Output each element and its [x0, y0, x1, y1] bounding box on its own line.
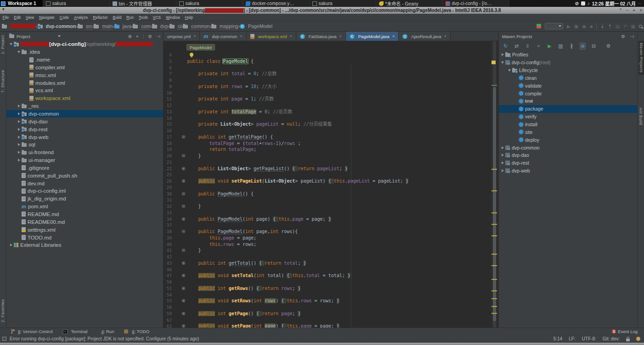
- breadcrumb-item[interactable]: dvp-common: [38, 23, 76, 29]
- gear-icon[interactable]: ⚙: [621, 34, 625, 39]
- locate-icon[interactable]: +: [136, 34, 139, 39]
- project-tree-item[interactable]: vcs.xml: [6, 87, 163, 95]
- editor-tab[interactable]: mdvp-common×: [200, 32, 246, 41]
- project-tree-item[interactable]: _res: [6, 102, 163, 110]
- tree-chevron-icon[interactable]: [500, 169, 505, 172]
- toolwindow-button--todo[interactable]: 6: TODO: [124, 329, 149, 334]
- menu-analyze[interactable]: Analyze: [72, 15, 90, 20]
- maven-tree-item[interactable]: install: [499, 121, 637, 128]
- project-tree-item[interactable]: ui-manager: [6, 156, 163, 164]
- project-tree-item[interactable]: External Libraries: [6, 241, 163, 249]
- stop-button[interactable]: ■: [590, 24, 593, 29]
- event-log-button[interactable]: 1 Event Log: [612, 329, 638, 334]
- tree-chevron-icon[interactable]: [500, 146, 505, 149]
- fold-collapse-icon[interactable]: −: [182, 135, 185, 139]
- fold-collapse-icon[interactable]: −: [182, 205, 185, 208]
- warning-stripe-mark[interactable]: [491, 224, 497, 225]
- maven-tree-item[interactable]: test: [499, 97, 637, 105]
- maven-tree-item[interactable]: dvp-dao: [499, 151, 637, 159]
- collapse-all-icon[interactable]: ⊟: [591, 43, 597, 49]
- workspace-switcher[interactable]: Workspace 1: [0, 0, 43, 7]
- taskbar-window-button[interactable]: dvp-ci-config - [/o…: [443, 0, 509, 7]
- breadcrumb-item[interactable]: com: [133, 23, 150, 29]
- menu-window[interactable]: Window: [164, 15, 182, 20]
- vcs-update-button[interactable]: ⇣: [600, 24, 604, 29]
- file-encoding[interactable]: UTF-8:: [582, 336, 596, 341]
- project-tree-item[interactable]: modules.xml: [6, 79, 163, 87]
- window-button[interactable]: ×: [639, 8, 642, 13]
- vcs-commit-button[interactable]: ⇡: [608, 24, 611, 29]
- breadcrumb-item[interactable]: common: [183, 23, 209, 29]
- editor-tab[interactable]: workspace.xml×: [247, 32, 296, 41]
- tab-close-icon[interactable]: ×: [290, 34, 292, 39]
- project-tree-item[interactable]: .idea: [6, 48, 163, 56]
- no-entry-icon[interactable]: ⊘: [575, 1, 578, 6]
- project-tree-item[interactable]: ui-frontend: [6, 149, 163, 156]
- download-sources-icon[interactable]: ⇩: [525, 43, 531, 49]
- project-tree-item[interactable]: misc.xml: [6, 71, 163, 79]
- tool-stripe-structure[interactable]: 7: Structure: [0, 70, 5, 93]
- tab-close-icon[interactable]: ×: [392, 34, 395, 39]
- update-folders-icon[interactable]: ⇄: [514, 43, 520, 49]
- chevron-expanded-icon[interactable]: [16, 51, 22, 53]
- project-tree-item[interactable]: dvp-common: [6, 110, 163, 118]
- maven-tree-item[interactable]: deploy: [499, 136, 637, 144]
- project-tree-item[interactable]: dev.md: [6, 179, 163, 187]
- tool-stripe-maven-projects[interactable]: Maven Projects: [638, 41, 644, 75]
- coverage-button[interactable]: ◉: [582, 24, 586, 29]
- warning-stripe-mark[interactable]: [491, 265, 497, 266]
- taskbar-window-button[interactable]: sakura: [310, 0, 376, 7]
- debug-button[interactable]: ▣: [574, 24, 578, 29]
- toolwindow-button-terminal[interactable]: ›Terminal: [63, 329, 88, 334]
- project-tree-item[interactable]: dvp-rest: [6, 125, 163, 133]
- run-config-combo[interactable]: [545, 23, 563, 29]
- maven-tree-item[interactable]: dvp-web: [499, 167, 637, 175]
- toolwindow-button--run[interactable]: 4: Run: [97, 329, 114, 334]
- code-editor[interactable]: 45public class PageModel {67 private int…: [164, 52, 491, 328]
- project-tree-item[interactable]: mpom.xml: [6, 203, 163, 211]
- tab-close-icon[interactable]: ×: [193, 34, 196, 39]
- intention-bulb-icon[interactable]: [190, 53, 193, 56]
- project-tree-item[interactable]: commit_pull_push.sh: [6, 172, 163, 179]
- tool-stripe-project[interactable]: 1: Project: [0, 35, 5, 54]
- hide-panel-icon[interactable]: ⊣: [156, 34, 160, 39]
- fold-expand-icon[interactable]: +: [182, 287, 185, 290]
- menu-navigate[interactable]: Navigate: [37, 15, 57, 20]
- tree-chevron-icon[interactable]: [500, 154, 505, 156]
- project-tree-item[interactable]: jk_dig_origin.md: [6, 195, 163, 203]
- lock-icon[interactable]: [626, 339, 630, 341]
- tree-chevron-icon[interactable]: [507, 69, 512, 72]
- warning-stripe-mark[interactable]: [491, 279, 497, 280]
- maven-tree-item[interactable]: dvp-rest: [499, 159, 637, 167]
- project-tree-item[interactable]: .name: [6, 56, 163, 64]
- fold-expand-icon[interactable]: +: [182, 217, 185, 221]
- gear-icon[interactable]: ⚙: [148, 34, 152, 39]
- project-tree-item[interactable]: workspace.xml: [6, 95, 163, 102]
- editor-tab[interactable]: CPageModel.java×: [346, 32, 399, 41]
- window-button[interactable]: −: [626, 8, 628, 13]
- fold-expand-icon[interactable]: +: [182, 299, 185, 302]
- project-tree-item[interactable]: dvp-ci-config.iml: [6, 187, 163, 195]
- fold-expand-icon[interactable]: +: [182, 262, 185, 265]
- run-config-icon[interactable]: [537, 24, 541, 28]
- window-menu-icon[interactable]: ▾: [2, 7, 5, 11]
- project-tree-item[interactable]: sql: [6, 141, 163, 149]
- inspections-indicator[interactable]: [491, 61, 496, 64]
- hide-panel-icon[interactable]: ⊣: [630, 34, 634, 39]
- window-titlebar[interactable]: ▾ dvp-ci-config - [/opt/working] - [dvp-…: [0, 7, 644, 14]
- breadcrumb-chip[interactable]: PageModel: [186, 44, 215, 50]
- breadcrumb-item[interactable]: ci: [169, 23, 181, 29]
- ime-icon[interactable]: [581, 1, 585, 6]
- warning-stripe-mark[interactable]: [491, 298, 497, 299]
- fold-collapse-icon[interactable]: −: [182, 192, 185, 195]
- menu-tools[interactable]: Tools: [136, 15, 150, 20]
- breadcrumb-item[interactable]: mapping: [211, 23, 238, 29]
- run-maven-build-icon[interactable]: ▶: [547, 43, 553, 49]
- menu-help[interactable]: Help: [182, 15, 195, 20]
- menu-edit[interactable]: Edit: [11, 15, 23, 20]
- tab-close-icon[interactable]: ×: [339, 34, 342, 39]
- taskbar-window-button[interactable]: *未命名 - Geany: [376, 0, 443, 7]
- menu-refactor[interactable]: Refactor: [90, 15, 110, 20]
- chevron-collapsed-icon[interactable]: [16, 105, 22, 107]
- menu-run[interactable]: Run: [124, 15, 136, 20]
